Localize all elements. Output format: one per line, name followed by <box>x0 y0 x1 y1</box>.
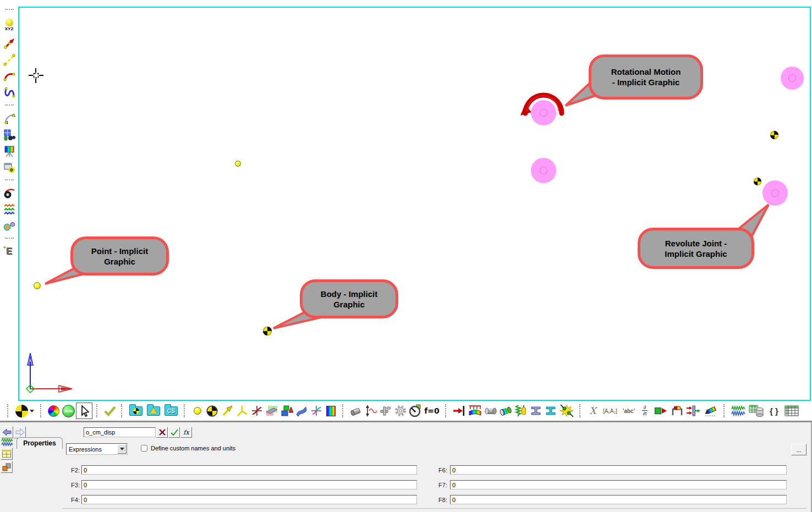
signal-filter-button[interactable] <box>684 403 702 419</box>
curve-axes-button[interactable] <box>249 403 264 419</box>
callout-body: Body - Implicit Graphic <box>300 279 398 318</box>
measure-button[interactable] <box>670 403 684 419</box>
curve-tool-button[interactable] <box>2 69 17 84</box>
string-button[interactable]: 'abc' <box>620 403 638 419</box>
flexible-beam-button[interactable] <box>543 403 558 419</box>
f-equals-zero-button[interactable]: f=0 <box>423 403 441 419</box>
check-icon <box>103 405 117 417</box>
pointer-tool-button[interactable] <box>76 403 92 419</box>
screw-actuator-button[interactable] <box>378 403 393 419</box>
color-marker-button[interactable] <box>702 403 720 419</box>
measure-angle-tool-button[interactable] <box>2 111 17 125</box>
chevron-down-icon <box>30 410 34 412</box>
window-settings-tool-button[interactable] <box>2 161 17 175</box>
body-button[interactable] <box>205 403 220 419</box>
tab-properties[interactable]: Properties <box>17 437 63 449</box>
xyz-point-tool-button[interactable]: XYZ <box>2 15 17 34</box>
arrow-stop-button[interactable] <box>451 403 466 419</box>
spline-axes-button[interactable] <box>309 403 323 419</box>
bushing-button[interactable] <box>348 403 363 419</box>
field-input-f8[interactable] <box>450 495 787 504</box>
point-entity[interactable] <box>235 161 241 167</box>
cancel-button[interactable] <box>156 427 168 438</box>
gear-button[interactable] <box>393 403 408 419</box>
spreadsheet-button[interactable] <box>782 403 801 419</box>
distributed-load-button[interactable] <box>466 403 484 419</box>
gear-icon <box>394 404 407 417</box>
field-input-f2[interactable] <box>81 465 417 475</box>
body-cm-marker[interactable] <box>754 178 761 185</box>
tire-tool-button[interactable] <box>2 186 17 200</box>
springs-stack-icon <box>3 203 15 216</box>
bodies-folder-button[interactable] <box>127 403 145 419</box>
plugin-button[interactable] <box>1 461 13 473</box>
body-type-menu-button[interactable] <box>13 403 36 419</box>
constraints-folder-button[interactable] <box>145 403 162 419</box>
distributed-load-icon <box>468 404 482 417</box>
function-builder-button[interactable]: fx <box>180 427 192 438</box>
braces-button[interactable]: { } <box>766 403 782 419</box>
callout-point: Point - Implicit Graphic <box>70 236 169 276</box>
vector-button[interactable] <box>220 403 234 419</box>
field-input-f4[interactable] <box>81 495 417 504</box>
script-x-button[interactable]: X <box>585 403 600 419</box>
derivative-button[interactable]: ∂ ∂t <box>638 403 652 419</box>
folder-icon: CS <box>164 406 178 416</box>
measure-angle-icon <box>3 112 15 124</box>
beam-button[interactable] <box>528 403 543 419</box>
run-button[interactable]: RUN <box>61 403 76 419</box>
body-cm-marker[interactable] <box>770 131 778 139</box>
panel-frame-line <box>62 508 806 509</box>
toolbar-handle <box>7 404 9 417</box>
table-database-icon <box>749 404 764 417</box>
table-database-button[interactable] <box>747 403 766 419</box>
signals-button[interactable] <box>729 403 747 419</box>
rotational-motion-entity[interactable] <box>520 89 567 120</box>
colored-cylinder-button[interactable] <box>498 403 513 419</box>
point-entity[interactable] <box>34 282 41 289</box>
contact-button[interactable] <box>558 403 575 419</box>
forward-button[interactable] <box>14 426 26 438</box>
plane-button[interactable] <box>264 403 279 419</box>
cs-folder-button[interactable]: CS <box>162 403 180 419</box>
table-view-button[interactable] <box>1 448 13 460</box>
displacement-button[interactable] <box>363 403 378 419</box>
field-input-f6[interactable] <box>450 465 787 475</box>
polyline-tool-button[interactable] <box>2 53 17 67</box>
point-button[interactable] <box>190 403 205 419</box>
cylinder-button[interactable] <box>484 403 498 419</box>
object-name-input[interactable] <box>84 427 156 437</box>
dropdown-button[interactable] <box>117 444 127 454</box>
expression-tool-button[interactable]: ✦ E <box>2 244 17 258</box>
revolute-joint-entity[interactable] <box>531 158 556 183</box>
search-model-tool-button[interactable] <box>2 128 17 142</box>
vector-arrow-tool-button[interactable] <box>2 36 17 51</box>
gauge-button[interactable] <box>408 403 423 419</box>
color-wheel-button[interactable] <box>46 403 61 419</box>
revolute-joint-entity[interactable] <box>781 67 804 90</box>
spring-damper-button[interactable] <box>513 403 528 419</box>
springs-tool-button[interactable] <box>2 202 17 217</box>
display-settings-tool-button[interactable] <box>2 144 17 158</box>
apply-button[interactable] <box>168 427 180 438</box>
triad-button[interactable] <box>234 403 249 419</box>
field-label-f7: F7: <box>426 482 447 488</box>
category-dropdown[interactable]: Expressions <box>66 443 128 455</box>
toolbar-separator <box>342 404 344 417</box>
application-window: XYZ <box>0 0 812 512</box>
verify-button[interactable] <box>102 403 117 419</box>
solids-button[interactable] <box>279 403 294 419</box>
spline-tool-button[interactable] <box>2 86 17 100</box>
linkage-tool-button[interactable] <box>2 219 17 233</box>
model-canvas[interactable]: Rotational Motion - Implicit Graphic Poi… <box>18 7 811 401</box>
colorbar-button[interactable] <box>323 403 338 419</box>
surface-button[interactable] <box>294 403 309 419</box>
more-options-button[interactable]: ... <box>791 444 806 455</box>
field-input-f7[interactable] <box>450 480 787 489</box>
matrix-button[interactable]: [A₁A₂] <box>600 403 620 419</box>
input-button[interactable] <box>652 403 670 419</box>
custom-names-checkbox[interactable] <box>141 445 147 452</box>
derivative-bottom-label: ∂t <box>642 410 648 416</box>
back-button[interactable] <box>1 426 13 438</box>
field-input-f3[interactable] <box>81 480 417 489</box>
